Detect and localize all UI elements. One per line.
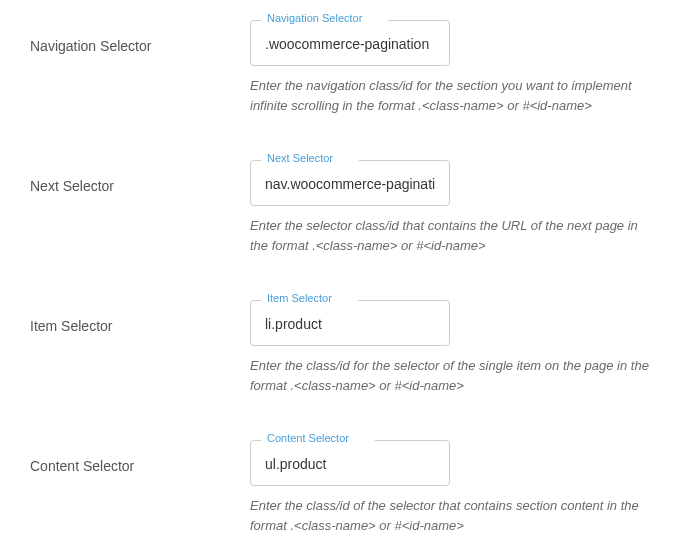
content-selector-label: Content Selector	[30, 440, 250, 474]
item-selector-control: Item Selector Enter the class/id for the…	[250, 300, 658, 395]
content-selector-control: Content Selector Enter the class/id of t…	[250, 440, 658, 535]
navigation-selector-fieldset: Navigation Selector	[250, 20, 450, 66]
navigation-selector-legend: Navigation Selector	[261, 13, 388, 24]
content-selector-legend: Content Selector	[261, 433, 375, 444]
next-selector-fieldset: Next Selector	[250, 160, 450, 206]
navigation-selector-row: Navigation Selector Navigation Selector …	[30, 20, 658, 115]
next-selector-control: Next Selector Enter the selector class/i…	[250, 160, 658, 255]
item-selector-fieldset: Item Selector	[250, 300, 450, 346]
item-selector-help: Enter the class/id for the selector of t…	[250, 356, 650, 395]
next-selector-help: Enter the selector class/id that contain…	[250, 216, 650, 255]
navigation-selector-label: Navigation Selector	[30, 20, 250, 54]
item-selector-legend: Item Selector	[261, 293, 358, 304]
next-selector-legend: Next Selector	[261, 153, 359, 164]
navigation-selector-control: Navigation Selector Enter the navigation…	[250, 20, 658, 115]
next-selector-input[interactable]	[265, 176, 435, 192]
next-selector-label: Next Selector	[30, 160, 250, 194]
item-selector-row: Item Selector Item Selector Enter the cl…	[30, 300, 658, 395]
content-selector-help: Enter the class/id of the selector that …	[250, 496, 650, 535]
content-selector-input[interactable]	[265, 456, 435, 472]
navigation-selector-help: Enter the navigation class/id for the se…	[250, 76, 650, 115]
item-selector-input[interactable]	[265, 316, 435, 332]
content-selector-row: Content Selector Content Selector Enter …	[30, 440, 658, 535]
next-selector-row: Next Selector Next Selector Enter the se…	[30, 160, 658, 255]
item-selector-label: Item Selector	[30, 300, 250, 334]
navigation-selector-input[interactable]	[265, 36, 435, 52]
content-selector-fieldset: Content Selector	[250, 440, 450, 486]
